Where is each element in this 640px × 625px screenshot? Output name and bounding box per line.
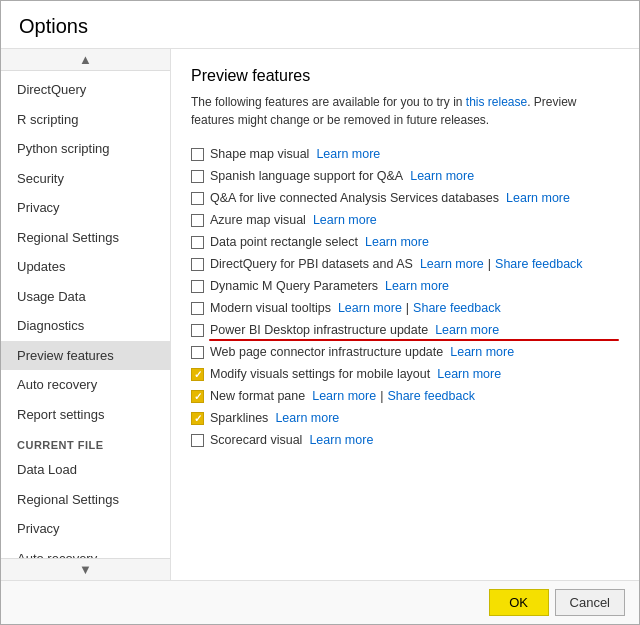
sidebar-item-privacy[interactable]: Privacy bbox=[1, 193, 170, 223]
feature-item-pbi-infra: Power BI Desktop infrastructure updateLe… bbox=[191, 319, 619, 341]
sidebar-item-r-scripting[interactable]: R scripting bbox=[1, 105, 170, 135]
sidebar-item-cf-privacy[interactable]: Privacy bbox=[1, 514, 170, 544]
current-file-header: CURRENT FILE bbox=[1, 429, 170, 455]
learn-more-pbi-infra[interactable]: Learn more bbox=[435, 323, 499, 337]
learn-more-data-point-rect[interactable]: Learn more bbox=[365, 235, 429, 249]
feature-label-modify-visuals: Modify visuals settings for mobile layou… bbox=[210, 367, 430, 381]
sidebar-item-report-settings[interactable]: Report settings bbox=[1, 400, 170, 430]
feature-label-qna-live: Q&A for live connected Analysis Services… bbox=[210, 191, 499, 205]
feature-label-directquery-pbi: DirectQuery for PBI datasets and AS bbox=[210, 257, 413, 271]
feature-item-directquery-pbi: DirectQuery for PBI datasets and ASLearn… bbox=[191, 253, 619, 275]
sidebar-item-cf-regional-settings[interactable]: Regional Settings bbox=[1, 485, 170, 515]
checkbox-shape-map[interactable] bbox=[191, 148, 204, 161]
main-content: Preview features The following features … bbox=[171, 49, 639, 580]
sidebar-item-updates[interactable]: Updates bbox=[1, 252, 170, 282]
checkbox-web-connector[interactable] bbox=[191, 346, 204, 359]
sidebar-item-preview-features[interactable]: Preview features bbox=[1, 341, 170, 371]
feature-label-web-connector: Web page connector infrastructure update bbox=[210, 345, 443, 359]
sidebar-item-directquery[interactable]: DirectQuery bbox=[1, 75, 170, 105]
pipe-modern-tooltips: | bbox=[406, 301, 409, 315]
feature-item-scorecard: Scorecard visualLearn more bbox=[191, 429, 619, 451]
sidebar-item-auto-recovery[interactable]: Auto recovery bbox=[1, 370, 170, 400]
sidebar-scroll-up[interactable]: ▲ bbox=[1, 49, 170, 71]
learn-more-scorecard[interactable]: Learn more bbox=[309, 433, 373, 447]
sidebar-item-cf-auto-recovery[interactable]: Auto recovery bbox=[1, 544, 170, 559]
feature-item-sparklines: SparklinesLearn more bbox=[191, 407, 619, 429]
pipe-new-format: | bbox=[380, 389, 383, 403]
checkbox-scorecard[interactable] bbox=[191, 434, 204, 447]
pipe-directquery-pbi: | bbox=[488, 257, 491, 271]
feature-label-data-point-rect: Data point rectangle select bbox=[210, 235, 358, 249]
feature-item-new-format: New format paneLearn more|Share feedback bbox=[191, 385, 619, 407]
learn-more-spanish-lang[interactable]: Learn more bbox=[410, 169, 474, 183]
main-description: The following features are available for… bbox=[191, 93, 619, 129]
feature-label-spanish-lang: Spanish language support for Q&A bbox=[210, 169, 403, 183]
learn-more-shape-map[interactable]: Learn more bbox=[316, 147, 380, 161]
sidebar-scroll-down[interactable]: ▼ bbox=[1, 558, 170, 580]
options-dialog: Options ▲ DirectQueryR scriptingPython s… bbox=[0, 0, 640, 625]
feature-item-modern-tooltips: Modern visual tooltipsLearn more|Share f… bbox=[191, 297, 619, 319]
ok-button[interactable]: OK bbox=[489, 589, 549, 616]
feature-label-new-format: New format pane bbox=[210, 389, 305, 403]
feature-item-data-point-rect: Data point rectangle selectLearn more bbox=[191, 231, 619, 253]
feature-label-sparklines: Sparklines bbox=[210, 411, 268, 425]
learn-more-qna-live[interactable]: Learn more bbox=[506, 191, 570, 205]
main-title: Preview features bbox=[191, 67, 619, 85]
scroll-down-icon: ▼ bbox=[79, 562, 92, 577]
dialog-title: Options bbox=[1, 1, 639, 49]
learn-more-modify-visuals[interactable]: Learn more bbox=[437, 367, 501, 381]
checkbox-modern-tooltips[interactable] bbox=[191, 302, 204, 315]
dialog-body: ▲ DirectQueryR scriptingPython scripting… bbox=[1, 49, 639, 580]
learn-more-dynamic-m[interactable]: Learn more bbox=[385, 279, 449, 293]
checkbox-sparklines[interactable] bbox=[191, 412, 204, 425]
cancel-button[interactable]: Cancel bbox=[555, 589, 625, 616]
feature-label-dynamic-m: Dynamic M Query Parameters bbox=[210, 279, 378, 293]
feature-label-pbi-infra: Power BI Desktop infrastructure update bbox=[210, 323, 428, 337]
checkbox-directquery-pbi[interactable] bbox=[191, 258, 204, 271]
checkbox-qna-live[interactable] bbox=[191, 192, 204, 205]
checkbox-new-format[interactable] bbox=[191, 390, 204, 403]
feature-label-modern-tooltips: Modern visual tooltips bbox=[210, 301, 331, 315]
sidebar-item-diagnostics[interactable]: Diagnostics bbox=[1, 311, 170, 341]
sidebar-item-regional-settings[interactable]: Regional Settings bbox=[1, 223, 170, 253]
scroll-up-icon: ▲ bbox=[79, 52, 92, 67]
checkbox-modify-visuals[interactable] bbox=[191, 368, 204, 381]
desc-highlight: this release bbox=[466, 95, 527, 109]
checkbox-azure-map[interactable] bbox=[191, 214, 204, 227]
checkbox-pbi-infra[interactable] bbox=[191, 324, 204, 337]
checkbox-dynamic-m[interactable] bbox=[191, 280, 204, 293]
feature-item-modify-visuals: Modify visuals settings for mobile layou… bbox=[191, 363, 619, 385]
desc-part1: The following features are available for… bbox=[191, 95, 466, 109]
feature-list: Shape map visualLearn moreSpanish langua… bbox=[191, 143, 619, 451]
sidebar-list: DirectQueryR scriptingPython scriptingSe… bbox=[1, 71, 171, 558]
learn-more-web-connector[interactable]: Learn more bbox=[450, 345, 514, 359]
sidebar-item-python-scripting[interactable]: Python scripting bbox=[1, 134, 170, 164]
feature-label-azure-map: Azure map visual bbox=[210, 213, 306, 227]
share-feedback-new-format[interactable]: Share feedback bbox=[387, 389, 475, 403]
feature-label-scorecard: Scorecard visual bbox=[210, 433, 302, 447]
sidebar-item-usage-data[interactable]: Usage Data bbox=[1, 282, 170, 312]
learn-more-sparklines[interactable]: Learn more bbox=[275, 411, 339, 425]
feature-item-spanish-lang: Spanish language support for Q&ALearn mo… bbox=[191, 165, 619, 187]
dialog-footer: OK Cancel bbox=[1, 580, 639, 624]
checkbox-spanish-lang[interactable] bbox=[191, 170, 204, 183]
learn-more-azure-map[interactable]: Learn more bbox=[313, 213, 377, 227]
share-feedback-modern-tooltips[interactable]: Share feedback bbox=[413, 301, 501, 315]
learn-more-modern-tooltips[interactable]: Learn more bbox=[338, 301, 402, 315]
feature-item-azure-map: Azure map visualLearn more bbox=[191, 209, 619, 231]
sidebar-item-security[interactable]: Security bbox=[1, 164, 170, 194]
feature-item-web-connector: Web page connector infrastructure update… bbox=[191, 341, 619, 363]
feature-item-qna-live: Q&A for live connected Analysis Services… bbox=[191, 187, 619, 209]
sidebar: ▲ DirectQueryR scriptingPython scripting… bbox=[1, 49, 171, 580]
learn-more-new-format[interactable]: Learn more bbox=[312, 389, 376, 403]
feature-item-dynamic-m: Dynamic M Query ParametersLearn more bbox=[191, 275, 619, 297]
sidebar-item-cf-data-load[interactable]: Data Load bbox=[1, 455, 170, 485]
checkbox-data-point-rect[interactable] bbox=[191, 236, 204, 249]
share-feedback-directquery-pbi[interactable]: Share feedback bbox=[495, 257, 583, 271]
learn-more-directquery-pbi[interactable]: Learn more bbox=[420, 257, 484, 271]
feature-label-shape-map: Shape map visual bbox=[210, 147, 309, 161]
feature-item-shape-map: Shape map visualLearn more bbox=[191, 143, 619, 165]
